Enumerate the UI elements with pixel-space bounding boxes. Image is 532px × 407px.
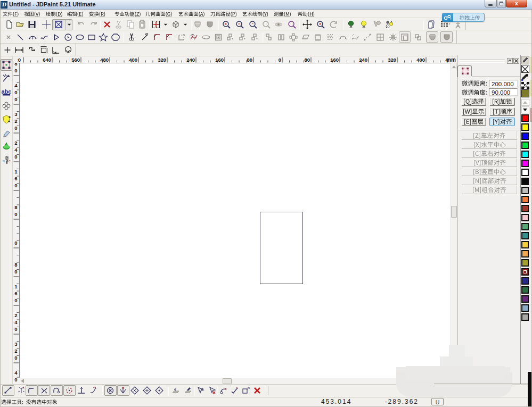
svg-text:0: 0 [14,377,17,383]
svg-text:400: 400 [129,57,137,63]
svg-text:720: 720 [18,57,21,63]
svg-text:3: 3 [14,111,17,117]
svg-text:4: 4 [14,370,18,376]
svg-text:1: 1 [14,284,18,289]
svg-text:400: 400 [416,57,425,63]
svg-text:4: 4 [14,319,18,325]
svg-text:H: H [3,160,5,163]
svg-text:80: 80 [247,57,252,63]
svg-text:0: 0 [14,89,17,95]
svg-text:8: 8 [14,63,17,67]
svg-text:0: 0 [14,355,17,361]
svg-text:4: 4 [14,82,18,88]
svg-text:4: 4 [14,147,18,153]
svg-text:2: 2 [14,140,17,146]
svg-text:abc: abc [2,88,11,95]
svg-text:0: 0 [14,154,17,160]
svg-text:2: 2 [14,348,17,354]
svg-text:560: 560 [71,57,80,63]
svg-text:240: 240 [186,57,195,63]
svg-text:320: 320 [158,57,166,63]
svg-text:0: 0 [14,326,17,332]
svg-text:2: 2 [14,312,17,318]
svg-text:3: 3 [14,341,17,347]
svg-text:C: C [9,160,11,163]
svg-text:240: 240 [359,57,367,63]
svg-text:6: 6 [14,290,17,296]
svg-text:0: 0 [14,96,17,102]
svg-text:0: 0 [14,211,17,217]
svg-text:0: 0 [14,68,17,73]
svg-text:8: 8 [14,204,17,210]
svg-text:8: 8 [14,262,17,268]
svg-text:0: 0 [14,297,17,303]
svg-text:6: 6 [14,176,17,181]
svg-text:2: 2 [14,118,17,124]
svg-text:0: 0 [14,240,17,246]
svg-text:160: 160 [215,57,224,63]
svg-text:0: 0 [279,57,281,63]
svg-text:0: 0 [14,125,17,131]
svg-text:80: 80 [304,57,310,63]
svg-text:0: 0 [14,182,17,188]
svg-text:640: 640 [43,57,51,63]
svg-text:1: 1 [14,169,18,175]
svg-text:160: 160 [330,57,339,63]
svg-text:320: 320 [388,57,396,63]
svg-text:0: 0 [14,269,17,275]
svg-text:480: 480 [100,57,109,63]
